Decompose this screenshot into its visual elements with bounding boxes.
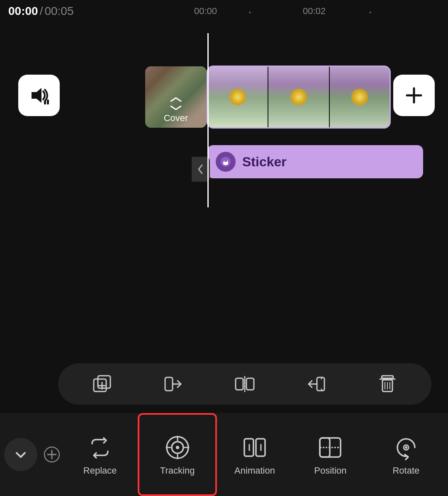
svg-rect-2 [44, 100, 46, 105]
nav-item-rotate[interactable]: Rotate [368, 413, 444, 496]
volume-button[interactable] [18, 75, 60, 116]
tracking-icon [163, 433, 192, 462]
nav-add-button[interactable] [41, 445, 62, 464]
bottom-nav: Replace Tracking Animatio [0, 413, 448, 496]
position-icon [316, 433, 345, 462]
sticker-track-label: Sticker [242, 154, 287, 170]
time-total: 00:05 [44, 5, 73, 18]
playhead [207, 33, 209, 207]
nav-item-animation[interactable]: Animation [217, 413, 292, 496]
tracking-label: Tracking [160, 465, 195, 476]
svg-rect-14 [246, 378, 254, 390]
timeline-area: Cover [0, 33, 448, 207]
svg-point-7 [224, 160, 227, 162]
position-label: Position [314, 465, 346, 476]
svg-point-41 [405, 446, 407, 449]
nav-item-replace[interactable]: Replace [62, 413, 138, 496]
split-button[interactable] [230, 370, 259, 399]
svg-point-28 [176, 446, 179, 449]
in-animation-button[interactable] [159, 370, 188, 399]
replace-icon [85, 433, 114, 462]
svg-rect-17 [382, 376, 393, 378]
rotate-icon [392, 433, 421, 462]
sticker-track-icon [216, 152, 236, 172]
cover-label: Cover [164, 113, 188, 124]
svg-rect-3 [47, 100, 49, 105]
nav-chevron-button[interactable] [4, 438, 37, 471]
add-clip-button[interactable] [393, 75, 435, 116]
sticker-track[interactable]: Sticker [207, 145, 423, 178]
svg-rect-12 [165, 377, 173, 391]
rotate-label: Rotate [392, 465, 419, 476]
duplicate-button[interactable] [88, 370, 117, 399]
video-strip-border [207, 66, 391, 129]
time-separator: / [40, 5, 43, 18]
cover-thumbnail[interactable]: Cover [145, 66, 207, 128]
svg-rect-13 [236, 378, 243, 390]
animation-label: Animation [234, 465, 275, 476]
cover-arrows-icon [168, 96, 183, 111]
time-current: 00:00 [8, 5, 38, 18]
timeline-header: 00:00 / 00:05 [0, 0, 448, 21]
nav-item-tracking[interactable]: Tracking [138, 413, 217, 496]
replace-label: Replace [83, 465, 117, 476]
toolbar-strip [58, 363, 431, 405]
delete-button[interactable] [373, 370, 402, 399]
animation-icon [240, 433, 269, 462]
nav-item-position[interactable]: Position [292, 413, 368, 496]
out-animation-button[interactable] [302, 370, 331, 399]
svg-rect-16 [317, 377, 324, 391]
